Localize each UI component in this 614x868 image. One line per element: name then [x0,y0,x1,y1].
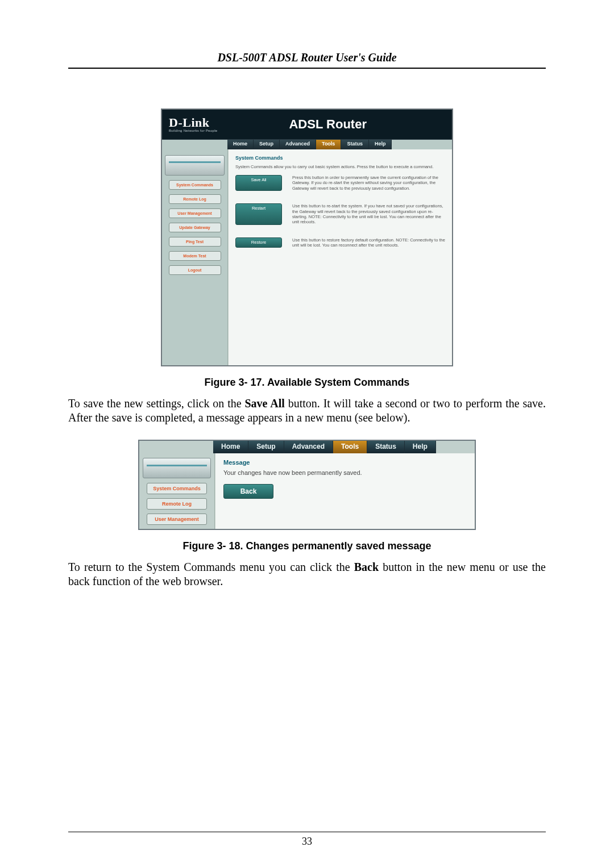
tab-home[interactable]: Home [213,441,248,453]
figure-system-commands: D-Link Building Networks for People ADSL… [161,108,453,366]
save-all-description: Press this button in order to permanentl… [292,175,445,191]
tab-status[interactable]: Status [367,441,405,453]
message-text: Your changes have now been permanently s… [223,469,467,476]
sidebar-item-update-gateway[interactable]: Update Gateway [169,223,221,232]
paragraph-save-instructions: To save the new settings, click on the S… [68,397,546,425]
message-title: Message [223,459,467,466]
bold-back: Back [354,561,379,573]
sidebar-item-logout[interactable]: Logout [169,265,221,275]
figure-1-caption: Figure 3- 17. Available System Commands [68,377,546,389]
tab-tools[interactable]: Tools [333,441,367,453]
nav-tabs: Home Setup Advanced Tools Status Help [227,140,452,149]
restart-button[interactable]: Restart [235,203,282,225]
restart-description: Use this button to re-start the system. … [292,203,445,225]
sidebar-item-ping-test[interactable]: Ping Test [169,237,221,247]
bold-save-all: Save All [244,397,284,410]
restore-description: Use this button to restore factory defau… [292,237,445,248]
manual-page: DSL-500T ADSL Router User's Guide D-Link… [0,0,614,868]
sidebar-item-remote-log[interactable]: Remote Log [169,194,221,204]
sidebar-item-system-commands[interactable]: System Commands [169,180,221,190]
save-all-button[interactable]: Save All [235,175,282,191]
router-header: D-Link Building Networks for People ADSL… [162,110,452,140]
section-title: System Commands [235,155,445,161]
tab-advanced[interactable]: Advanced [284,441,333,453]
page-number: 33 [0,832,614,848]
text-fragment: To return to the System Commands menu yo… [68,561,354,573]
product-photo [165,155,225,176]
tab-advanced[interactable]: Advanced [280,140,316,149]
tab-help[interactable]: Help [369,140,392,149]
running-head: DSL-500T ADSL Router User's Guide [68,51,546,69]
brand-logo: D-Link Building Networks for People [162,114,224,135]
back-button[interactable]: Back [223,484,273,499]
product-photo [143,458,211,478]
nav-tabs: Home Setup Advanced Tools Status Help [213,441,475,453]
sidebar: System Commands Remote Log User Manageme… [162,149,228,365]
sidebar-item-remote-log[interactable]: Remote Log [147,498,207,510]
figure-2-caption: Figure 3- 18. Changes permanently saved … [68,540,546,552]
paragraph-back-instructions: To return to the System Commands menu yo… [68,560,546,589]
content-panel: Message Your changes have now been perma… [215,453,475,529]
sidebar-item-modem-test[interactable]: Modem Test [169,251,221,261]
content-panel: System Commands System Commands allow yo… [228,149,452,365]
tab-setup[interactable]: Setup [248,441,284,453]
section-intro: System Commands allow you to carry out b… [235,164,445,169]
tab-status[interactable]: Status [341,140,369,149]
tab-home[interactable]: Home [227,140,254,149]
router-title: ADSL Router [224,117,452,132]
brand-name: D-Link [169,116,217,129]
page-number-value: 33 [302,836,312,847]
command-row-save-all: Save All Press this button in order to p… [235,175,445,191]
tab-setup[interactable]: Setup [254,140,280,149]
figure-saved-message: Home Setup Advanced Tools Status Help Sy… [138,440,476,530]
command-row-restart: Restart Use this button to re-start the … [235,203,445,225]
command-row-restore: Restore Use this button to restore facto… [235,237,445,248]
sidebar: System Commands Remote Log User Manageme… [139,453,215,529]
sidebar-item-user-management[interactable]: User Management [169,208,221,218]
sidebar-item-system-commands[interactable]: System Commands [147,483,207,494]
text-fragment: To save the new settings, click on the [68,397,244,410]
sidebar-item-user-management[interactable]: User Management [147,514,207,525]
tab-tools[interactable]: Tools [316,140,341,149]
restore-button[interactable]: Restore [235,237,282,248]
tab-help[interactable]: Help [405,441,436,453]
brand-tagline: Building Networks for People [169,129,217,132]
